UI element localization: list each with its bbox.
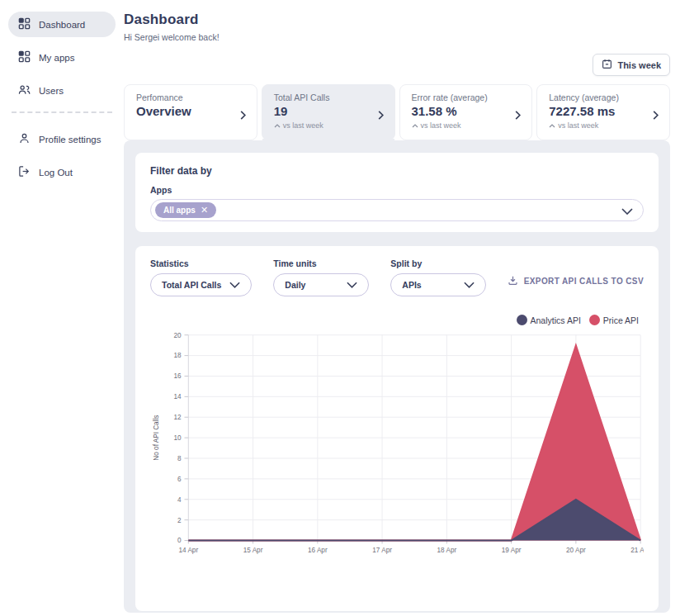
svg-text:12: 12	[174, 414, 182, 421]
sidebar-item-users[interactable]: Users	[8, 78, 116, 103]
split-by-label: Split by	[390, 258, 486, 268]
download-icon	[508, 275, 518, 287]
caret-up-icon	[549, 121, 555, 130]
legend-item-analytics-api: Analytics API	[517, 315, 581, 325]
svg-text:18: 18	[174, 352, 182, 359]
tab-latency[interactable]: Latency (average) 7227.58 ms vs last wee…	[536, 84, 670, 140]
filter-title: Filter data by	[150, 165, 644, 177]
svg-text:4: 4	[177, 496, 182, 504]
svg-text:14 Apr: 14 Apr	[178, 547, 198, 554]
svg-text:21 Apr: 21 Apr	[630, 547, 644, 554]
grid-icon	[18, 17, 31, 31]
svg-text:2: 2	[177, 517, 182, 524]
chevron-right-icon	[652, 109, 659, 124]
svg-text:16 Apr: 16 Apr	[308, 547, 328, 554]
sidebar-item-dashboard[interactable]: Dashboard	[8, 12, 116, 37]
svg-text:8: 8	[177, 455, 182, 462]
apps-label: Apps	[150, 185, 644, 195]
main-content: Dashboard Hi Sergei welcome back! This w…	[124, 0, 680, 616]
this-week-button[interactable]: This week	[593, 54, 670, 76]
logout-icon	[18, 165, 31, 179]
sidebar-item-label: My apps	[39, 53, 74, 63]
svg-text:6: 6	[177, 476, 182, 483]
all-apps-chip[interactable]: All apps ✕	[155, 202, 216, 218]
users-icon	[18, 83, 31, 97]
person-icon	[18, 132, 31, 146]
svg-text:0: 0	[177, 537, 182, 544]
chevron-right-icon	[377, 109, 385, 124]
sidebar: Dashboard My apps	[0, 0, 124, 616]
split-by-select[interactable]: APIs	[390, 273, 486, 296]
chevron-down-icon	[464, 280, 475, 290]
sidebar-item-profile-settings[interactable]: Profile settings	[8, 126, 116, 152]
stat-tabs: Perfomance Overview Total API Calls 19 v…	[124, 84, 670, 140]
tab-total-api-calls[interactable]: Total API Calls 19 vs last week	[262, 84, 395, 140]
caret-up-icon	[412, 121, 418, 130]
chart-svg: 0246810121416182014 Apr15 Apr16 Apr17 Ap…	[150, 329, 644, 562]
svg-text:16: 16	[174, 372, 182, 380]
svg-text:15 Apr: 15 Apr	[243, 547, 263, 554]
svg-text:10: 10	[174, 434, 182, 442]
chevron-down-icon[interactable]	[621, 203, 633, 218]
chevron-down-icon	[229, 280, 240, 290]
statistics-label: Statistics	[150, 258, 252, 268]
dashboard-panel: Filter data by Apps All apps ✕	[124, 140, 670, 613]
tab-performance-overview[interactable]: Perfomance Overview	[124, 84, 257, 140]
chevron-down-icon	[347, 280, 357, 290]
greeting-text: Hi Sergei welcome back!	[124, 32, 670, 42]
legend-dot	[517, 315, 527, 325]
sidebar-item-my-apps[interactable]: My apps	[8, 45, 116, 70]
sidebar-item-label: Dashboard	[39, 20, 85, 30]
statistics-select[interactable]: Total API Calls	[150, 273, 252, 296]
sidebar-item-log-out[interactable]: Log Out	[8, 159, 116, 185]
chevron-right-icon	[239, 109, 247, 124]
caret-up-icon	[274, 121, 281, 130]
statistics-card: Statistics Total API Calls Time units	[135, 246, 659, 611]
app-window: Dashboard My apps	[0, 0, 680, 616]
svg-text:14: 14	[174, 393, 182, 400]
svg-text:17 Apr: 17 Apr	[372, 547, 392, 554]
filter-card: Filter data by Apps All apps ✕	[135, 153, 659, 232]
legend-item-price-api: Price API	[589, 315, 639, 325]
sidebar-item-label: Users	[39, 86, 64, 96]
grid-icon	[18, 50, 31, 64]
time-units-select[interactable]: Daily	[273, 273, 369, 296]
sidebar-item-label: Log Out	[39, 168, 73, 178]
api-calls-chart: 0246810121416182014 Apr15 Apr16 Apr17 Ap…	[150, 329, 644, 562]
svg-text:20: 20	[174, 332, 182, 339]
sidebar-item-label: Profile settings	[39, 135, 101, 145]
legend-dot	[589, 315, 600, 325]
calendar-icon	[602, 59, 612, 71]
export-csv-link[interactable]: EXPORT API CALLS TO CSV	[508, 275, 644, 287]
sidebar-divider	[12, 111, 112, 113]
svg-text:18 Apr: 18 Apr	[437, 547, 457, 554]
svg-text:19 Apr: 19 Apr	[502, 547, 522, 554]
close-icon[interactable]: ✕	[201, 206, 208, 215]
tab-error-rate[interactable]: Error rate (average) 31.58 % vs last wee…	[399, 84, 533, 140]
svg-text:No of API Calls: No of API Calls	[153, 415, 160, 461]
time-units-label: Time units	[273, 258, 369, 268]
chevron-right-icon	[514, 109, 522, 124]
apps-filter-input[interactable]: All apps ✕	[150, 199, 644, 221]
page-title: Dashboard	[124, 12, 670, 28]
svg-text:20 Apr: 20 Apr	[566, 547, 586, 554]
chart-legend: Analytics APIPrice API	[150, 315, 639, 325]
